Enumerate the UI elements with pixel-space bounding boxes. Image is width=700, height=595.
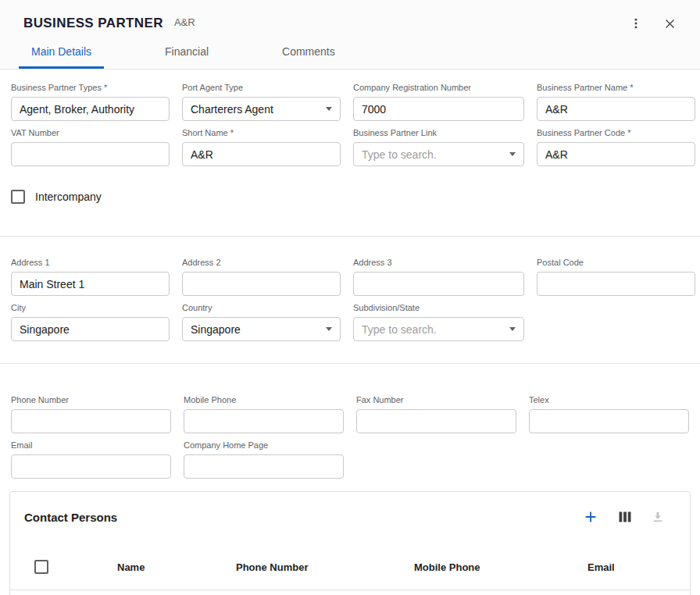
field-label: VAT Number [11, 128, 170, 138]
field-label: Mobile Phone [184, 395, 344, 405]
port-agent-type-select[interactable]: Charterers Agent [182, 97, 341, 121]
city-input[interactable] [11, 317, 170, 341]
business-partner-types-input[interactable] [11, 97, 170, 121]
intercompany-row: Intercompany [0, 190, 700, 204]
address-1-input[interactable] [11, 272, 170, 296]
postal-code-input[interactable] [537, 272, 695, 296]
field-subdivision-state: Subdivision/State [353, 303, 524, 341]
field-label: Business Partner Types * [11, 83, 170, 93]
business-partner-code-input[interactable] [537, 142, 695, 166]
contact-persons-header: Contact Persons [10, 492, 690, 527]
field-label: Phone Number [11, 395, 171, 405]
field-label: Business Partner Name * [537, 83, 695, 93]
subdivision-state-input[interactable] [362, 323, 503, 336]
address-1-text[interactable] [20, 278, 161, 290]
chevron-down-icon [326, 107, 332, 111]
mobile-phone-text[interactable] [192, 415, 335, 428]
field-country: Country Singapore [182, 303, 341, 341]
company-home-page-text[interactable] [192, 461, 335, 473]
field-telex: Telex [529, 395, 689, 433]
chevron-down-icon [509, 152, 516, 156]
city-text[interactable] [20, 323, 161, 336]
company-registration-number-text[interactable] [362, 103, 516, 116]
column-header-email: Email [588, 561, 690, 573]
page-title: BUSINESS PARTNER [23, 16, 163, 31]
address-2-input[interactable] [182, 272, 341, 296]
chevron-down-icon [509, 327, 516, 331]
field-business-partner-types: Business Partner Types * [11, 83, 170, 121]
field-business-partner-code: Business Partner Code * [537, 128, 695, 166]
business-partner-link-input[interactable] [362, 148, 503, 161]
phone-number-text[interactable] [20, 415, 162, 428]
select-all-checkbox[interactable] [34, 560, 48, 574]
field-postal-code: Postal Code [537, 258, 695, 296]
selected-value: Charterers Agent [191, 103, 320, 116]
phone-number-input[interactable] [11, 409, 171, 433]
business-partner-name-text[interactable] [545, 103, 687, 116]
postal-code-text[interactable] [545, 278, 687, 290]
field-label: Address 2 [182, 258, 341, 268]
field-mobile-phone: Mobile Phone [184, 395, 344, 433]
tab-bar: Main Details Financial Comments [0, 34, 700, 69]
fax-number-text[interactable] [365, 415, 508, 428]
field-address-1: Address 1 [11, 258, 170, 296]
field-label: Business Partner Code * [537, 128, 695, 138]
field-label: Fax Number [356, 395, 516, 405]
telex-input[interactable] [529, 409, 689, 433]
tab-main-details[interactable]: Main Details [19, 37, 104, 69]
field-label: Address 3 [353, 258, 524, 268]
field-city: City [11, 303, 170, 341]
address-3-text[interactable] [362, 278, 516, 290]
fax-number-input[interactable] [356, 409, 516, 433]
business-partner-types-text[interactable] [20, 103, 161, 116]
vat-number-text[interactable] [20, 148, 161, 161]
columns-icon[interactable] [616, 508, 634, 526]
vat-number-input[interactable] [11, 142, 170, 166]
section-divider [0, 236, 700, 237]
field-label: Company Registration Number [353, 83, 524, 93]
field-label: Company Home Page [184, 440, 344, 451]
business-partner-name-input[interactable] [537, 97, 695, 121]
field-label: Telex [529, 395, 689, 405]
business-partner-dialog: BUSINESS PARTNER A&R Main Details Financ… [0, 0, 700, 595]
address-3-input[interactable] [353, 272, 524, 296]
country-select[interactable]: Singapore [182, 317, 341, 341]
telex-text[interactable] [538, 415, 680, 428]
subdivision-state-search[interactable] [353, 317, 524, 341]
business-partner-code-text[interactable] [545, 148, 687, 161]
tab-comments[interactable]: Comments [270, 37, 348, 69]
field-label: Email [11, 440, 171, 451]
email-text[interactable] [20, 461, 162, 473]
field-short-name: Short Name * [182, 128, 341, 166]
address-fields-grid: Address 1 Address 2 Address 3 Postal Cod… [0, 258, 700, 341]
field-label: Short Name * [182, 128, 341, 138]
mobile-phone-input[interactable] [184, 409, 344, 433]
short-name-input[interactable] [182, 142, 341, 166]
business-partner-link-search[interactable] [353, 142, 524, 166]
close-icon[interactable] [662, 16, 678, 32]
company-registration-number-input[interactable] [353, 97, 524, 121]
column-header-mobile-phone: Mobile Phone [414, 561, 588, 573]
email-input[interactable] [11, 454, 171, 479]
field-address-2: Address 2 [182, 258, 341, 296]
field-business-partner-name: Business Partner Name * [537, 83, 695, 121]
company-home-page-input[interactable] [184, 454, 344, 479]
field-port-agent-type: Port Agent Type Charterers Agent [182, 83, 341, 121]
download-icon[interactable] [649, 508, 666, 526]
intercompany-checkbox[interactable] [11, 190, 25, 204]
address-2-text[interactable] [191, 278, 332, 290]
header-actions [627, 15, 678, 32]
field-label: Address 1 [11, 258, 170, 268]
field-label: Postal Code [537, 258, 695, 268]
field-address-3: Address 3 [353, 258, 524, 296]
field-phone-number: Phone Number [11, 395, 171, 433]
tab-financial[interactable]: Financial [152, 37, 221, 69]
select-all-cell [34, 560, 117, 574]
dialog-header: BUSINESS PARTNER A&R Main Details Financ… [0, 0, 700, 69]
add-contact-person-icon[interactable] [580, 507, 601, 527]
short-name-text[interactable] [191, 148, 332, 161]
kebab-menu-icon[interactable] [627, 15, 645, 32]
field-business-partner-link: Business Partner Link [353, 128, 524, 166]
field-company-home-page: Company Home Page [184, 440, 344, 479]
contact-persons-table-header: Name Phone Number Mobile Phone Email [10, 545, 690, 590]
